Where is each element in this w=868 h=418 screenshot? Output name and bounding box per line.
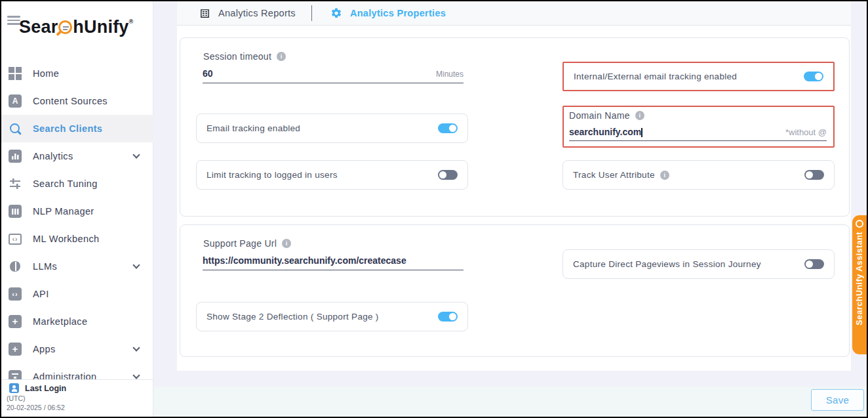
- top-tabbar: Analytics Reports Analytics Properties: [177, 1, 851, 26]
- internal-external-tracking-label: Internal/External email tracking enabled: [574, 72, 737, 81]
- sidebar-item-label: Content Sources: [33, 96, 144, 106]
- sidebar-item-apps[interactable]: Apps: [1, 335, 153, 363]
- email-tracking-card: Email tracking enabled: [196, 114, 468, 143]
- logo-trademark: ®: [129, 18, 134, 25]
- track-user-attribute-label: Track User Attribute: [573, 170, 655, 180]
- app-window: SearhUnify® Home Content Sources Search …: [0, 0, 868, 418]
- capture-pageviews-card: Capture Direct Pageviews in Session Jour…: [562, 249, 835, 279]
- sidebar-nav: Home Content Sources Search Clients Anal…: [1, 60, 153, 390]
- code-brackets-icon: [9, 234, 22, 245]
- label-text: Support Page Url: [203, 238, 277, 249]
- gear-icon: [330, 7, 342, 19]
- info-icon[interactable]: i: [277, 52, 286, 61]
- bar-chart-icon: [9, 150, 22, 163]
- sidebar-item-home[interactable]: Home: [1, 60, 153, 87]
- assistant-side-tab[interactable]: SearchUnify Assistant: [852, 215, 867, 354]
- info-icon[interactable]: i: [660, 171, 669, 180]
- limit-tracking-card: Limit tracking to logged in users: [196, 160, 468, 190]
- track-user-attribute-card: Track User Attribute i: [562, 160, 835, 190]
- sidebar-item-label: NLP Manager: [33, 206, 144, 217]
- internal-external-tracking-toggle[interactable]: [804, 72, 823, 81]
- sidebar-item-search-tuning[interactable]: Search Tuning: [1, 170, 153, 198]
- sidebar-item-label: Search Tuning: [33, 178, 144, 189]
- assistant-logo-icon: [856, 220, 863, 228]
- plus-icon: [9, 343, 22, 356]
- track-user-attribute-toggle[interactable]: [804, 170, 824, 180]
- support-page-url-input[interactable]: [203, 255, 464, 266]
- chevron-down-icon: [132, 344, 140, 351]
- tab-divider: [311, 5, 312, 21]
- tab-analytics-properties[interactable]: Analytics Properties: [330, 7, 446, 19]
- logo-text-pre: Sear: [19, 17, 58, 37]
- internal-external-tracking-card: Internal/External email tracking enabled: [562, 62, 835, 91]
- assistant-label: SearchUnify Assistant: [855, 232, 864, 325]
- nlp-icon: [9, 205, 22, 218]
- hamburger-menu-icon[interactable]: [7, 16, 20, 25]
- sidebar-item-label: Apps: [33, 344, 134, 354]
- email-tracking-toggle[interactable]: [438, 123, 458, 133]
- label-text: Session timeout: [203, 51, 271, 62]
- sidebar-item-label: LLMs: [33, 261, 134, 272]
- stage2-deflection-label: Show Stage 2 Deflection ( Support Page ): [207, 312, 379, 322]
- dashboard-icon: [9, 67, 22, 80]
- chevron-down-icon: [132, 151, 140, 158]
- session-timeout-label: Session timeout i: [203, 51, 286, 62]
- logo-text-post: hUnify: [73, 17, 128, 37]
- analytics-properties-card-1: Session timeout i Minutes Internal/Exter…: [180, 37, 850, 217]
- limit-tracking-toggle[interactable]: [438, 170, 458, 180]
- session-timeout-input[interactable]: [203, 68, 436, 79]
- domain-name-label: Domain Name i: [569, 110, 827, 121]
- info-icon[interactable]: i: [635, 111, 644, 120]
- tab-label: Analytics Properties: [350, 8, 446, 18]
- text-cursor: [641, 128, 642, 137]
- magnifier-logo-icon: [58, 20, 72, 34]
- plus-icon: [9, 315, 22, 328]
- session-timeout-unit: Minutes: [436, 70, 464, 79]
- last-login-title: Last Login: [25, 384, 66, 393]
- email-tracking-label: Email tracking enabled: [207, 123, 300, 133]
- sidebar-item-label: Analytics: [33, 151, 134, 161]
- sidebar-item-content-sources[interactable]: Content Sources: [1, 87, 153, 115]
- tab-label: Analytics Reports: [218, 8, 296, 18]
- support-page-url-label: Support Page Url i: [203, 238, 291, 249]
- label-text: Domain Name: [569, 110, 630, 121]
- save-button[interactable]: Save: [811, 389, 864, 411]
- domain-name-value: searchunify.com: [569, 127, 641, 137]
- sidebar-item-api[interactable]: API: [1, 280, 153, 308]
- search-icon: [9, 122, 22, 135]
- last-login-panel: Last Login (UTC) 20-02-2025 / 06:52: [1, 379, 153, 417]
- info-icon[interactable]: i: [282, 239, 291, 248]
- sidebar-item-label: Marketplace: [33, 316, 144, 327]
- brain-icon: [9, 260, 22, 273]
- api-icon: [9, 287, 22, 301]
- report-grid-icon: [199, 8, 210, 19]
- sidebar-item-analytics[interactable]: Analytics: [1, 142, 153, 170]
- content-sources-icon: [9, 94, 22, 108]
- footer-bar: [153, 387, 868, 418]
- sliders-icon: [9, 177, 22, 190]
- analytics-properties-card-2: Support Page Url i Capture Direct Pagevi…: [180, 224, 850, 357]
- sidebar-item-label: API: [33, 289, 144, 299]
- domain-name-hint: *without @: [785, 127, 827, 137]
- capture-pageviews-label: Capture Direct Pageviews in Session Jour…: [573, 259, 761, 269]
- sidebar-item-label: Search Clients: [33, 123, 144, 134]
- chevron-down-icon: [132, 371, 140, 379]
- sidebar-item-label: Home: [33, 68, 144, 79]
- sidebar-item-label: ML Workbench: [33, 234, 144, 244]
- chevron-down-icon: [132, 261, 140, 268]
- sidebar-item-search-clients[interactable]: Search Clients: [1, 115, 153, 142]
- capture-pageviews-toggle[interactable]: [804, 259, 824, 269]
- domain-name-input[interactable]: searchunify.com *without @: [569, 127, 827, 141]
- sidebar-item-llms[interactable]: LLMs: [1, 253, 153, 280]
- last-login-datetime: 20-02-2025 / 06:52: [7, 404, 148, 411]
- user-card-icon: [9, 383, 19, 393]
- brand-logo[interactable]: SearhUnify®: [19, 17, 133, 37]
- sidebar-item-ml-workbench[interactable]: ML Workbench: [1, 225, 153, 253]
- sidebar: SearhUnify® Home Content Sources Search …: [1, 1, 153, 417]
- stage2-deflection-toggle[interactable]: [438, 312, 458, 322]
- stage2-deflection-card: Show Stage 2 Deflection ( Support Page ): [196, 302, 468, 331]
- tab-analytics-reports[interactable]: Analytics Reports: [199, 8, 296, 19]
- sidebar-item-marketplace[interactable]: Marketplace: [1, 308, 153, 335]
- domain-name-field: Domain Name i searchunify.com *without @: [562, 106, 835, 148]
- sidebar-item-nlp-manager[interactable]: NLP Manager: [1, 198, 153, 225]
